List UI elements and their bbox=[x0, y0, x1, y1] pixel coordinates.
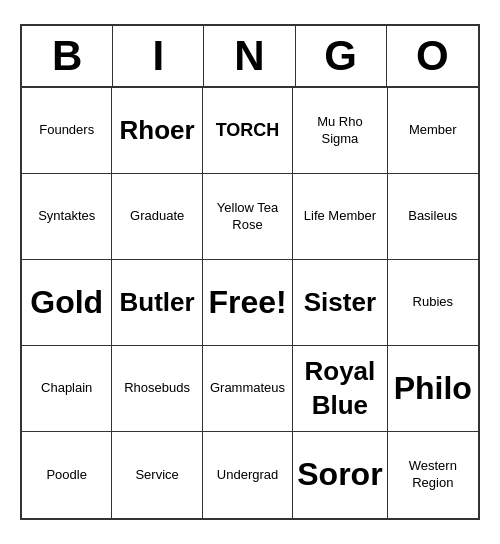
bingo-cell: Member bbox=[388, 88, 478, 174]
header-letter: G bbox=[296, 26, 387, 86]
bingo-cell: Gold bbox=[22, 260, 112, 346]
bingo-grid: FoundersRhoerTORCHMu Rho SigmaMemberSynt… bbox=[22, 88, 478, 518]
bingo-cell: Rubies bbox=[388, 260, 478, 346]
bingo-cell: Rhosebuds bbox=[112, 346, 202, 432]
header-letter: O bbox=[387, 26, 478, 86]
bingo-cell: Philo bbox=[388, 346, 478, 432]
bingo-cell: Butler bbox=[112, 260, 202, 346]
bingo-cell: TORCH bbox=[203, 88, 293, 174]
bingo-cell: Mu Rho Sigma bbox=[293, 88, 387, 174]
bingo-cell: Service bbox=[112, 432, 202, 518]
bingo-cell: Sister bbox=[293, 260, 387, 346]
bingo-cell: Poodle bbox=[22, 432, 112, 518]
bingo-cell: Soror bbox=[293, 432, 387, 518]
header-letter: I bbox=[113, 26, 204, 86]
bingo-cell: Royal Blue bbox=[293, 346, 387, 432]
bingo-cell: Founders bbox=[22, 88, 112, 174]
header-letter: B bbox=[22, 26, 113, 86]
bingo-card: BINGO FoundersRhoerTORCHMu Rho SigmaMemb… bbox=[20, 24, 480, 520]
bingo-cell: Syntaktes bbox=[22, 174, 112, 260]
bingo-cell: Rhoer bbox=[112, 88, 202, 174]
bingo-cell: Graduate bbox=[112, 174, 202, 260]
bingo-cell: Free! bbox=[203, 260, 293, 346]
bingo-header: BINGO bbox=[22, 26, 478, 88]
bingo-cell: Chaplain bbox=[22, 346, 112, 432]
bingo-cell: Grammateus bbox=[203, 346, 293, 432]
bingo-cell: Western Region bbox=[388, 432, 478, 518]
bingo-cell: Life Member bbox=[293, 174, 387, 260]
header-letter: N bbox=[204, 26, 295, 86]
bingo-cell: Undergrad bbox=[203, 432, 293, 518]
bingo-cell: Yellow Tea Rose bbox=[203, 174, 293, 260]
bingo-cell: Basileus bbox=[388, 174, 478, 260]
